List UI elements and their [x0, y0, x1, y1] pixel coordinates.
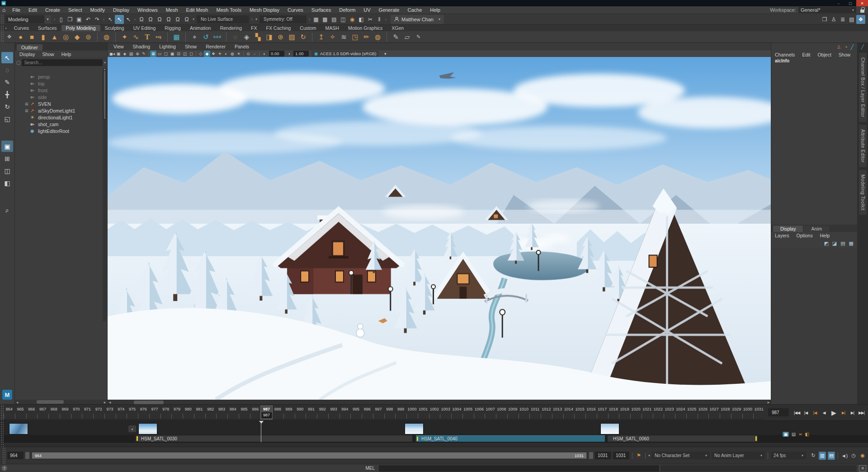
channel-box-menu-item[interactable]: Object — [814, 52, 835, 57]
grip-handle[interactable] — [0, 31, 4, 42]
safe-action-icon[interactable]: ◫ — [182, 51, 188, 57]
paint-select-tool[interactable]: ✎ — [1, 76, 13, 88]
cached-playback-icon[interactable]: ▤ — [828, 452, 835, 460]
menu-item[interactable]: File — [8, 7, 24, 13]
clip-thumbnail[interactable] — [9, 423, 28, 434]
create-layer-from-selected-icon[interactable]: ▦ — [849, 241, 854, 246]
extrude-icon[interactable]: ↥ — [316, 32, 327, 42]
smooth-icon[interactable]: ⊛ — [275, 32, 286, 42]
image-plane-icon[interactable]: ▤ — [128, 51, 134, 57]
shaded-icon[interactable]: ◆ — [204, 51, 210, 57]
chevron-down-icon[interactable]: ▾ — [254, 15, 259, 24]
shelf-menu-icon[interactable]: ▪ — [4, 26, 9, 31]
snap-to-point-icon[interactable]: Ω — [155, 15, 164, 24]
type-tool-icon[interactable]: T — [142, 32, 153, 42]
seq-clip-icon[interactable]: ◧ — [805, 432, 809, 437]
shelf-tab[interactable]: XGen — [387, 25, 408, 31]
viewport-hscrollbar[interactable]: ◀ ▶ — [108, 400, 771, 404]
outliner-item[interactable]: ◉ lightEditorRoot — [15, 127, 107, 134]
shelf-tab[interactable]: UV Editing — [129, 25, 160, 31]
move-layer-down-icon[interactable]: ◪ — [832, 241, 837, 246]
layer-menu-item[interactable]: Layers — [771, 233, 793, 238]
scale-tool[interactable]: ◱ — [1, 113, 13, 124]
group-divider[interactable]: › — [250, 17, 254, 22]
menu-item[interactable]: Mesh — [162, 7, 182, 13]
ao-icon[interactable]: ◍ — [229, 51, 236, 57]
chevron-down-icon[interactable]: ▾ — [104, 61, 106, 65]
playback-end-field[interactable]: 1031 — [595, 452, 611, 459]
render-settings-icon[interactable]: ◫ — [339, 15, 348, 24]
menu-item[interactable]: UV — [359, 7, 374, 13]
multi-cut-icon[interactable]: ▦ — [171, 32, 182, 42]
maximize-button[interactable]: ▢ — [844, 0, 856, 6]
separator[interactable] — [185, 33, 186, 42]
workspace-dropdown[interactable]: General* ▾ — [798, 7, 856, 13]
curve-helix-icon[interactable]: ∿ — [130, 32, 142, 42]
expand-icon[interactable]: ⊞ — [25, 109, 30, 113]
layout-outliner-persp-icon[interactable]: ◧ — [1, 177, 13, 189]
grip-handle[interactable] — [2, 447, 5, 464]
snap-options-chevron[interactable]: ▾ — [191, 15, 196, 24]
step-back-key-button[interactable]: |◀ — [811, 408, 819, 418]
seq-track-icon[interactable]: ▤ — [792, 432, 796, 437]
range-slider[interactable]: 964 1031 — [31, 452, 587, 459]
outliner-tab[interactable]: Outliner — [17, 44, 42, 51]
svg-tool-icon[interactable]: svg — [153, 32, 164, 42]
film-gate-icon[interactable]: ▭ — [156, 51, 163, 57]
outliner-filter-icon[interactable]: ▢ — [16, 60, 20, 65]
poly-platonic-icon[interactable]: ◍ — [101, 32, 112, 42]
viewport-menu-item[interactable]: Panels — [230, 44, 254, 49]
group-divider[interactable]: › — [307, 17, 311, 22]
menu-item[interactable]: Edit — [24, 7, 41, 13]
grip-handle[interactable] — [0, 14, 4, 24]
gamma-icon[interactable]: ◑ — [286, 51, 292, 57]
grease-pencil-icon[interactable]: ✎ — [141, 51, 147, 57]
layer-editor-tab[interactable]: Display — [773, 226, 803, 232]
zero-transforms-icon[interactable]: 0.0.0 — [212, 32, 223, 42]
gamma-field[interactable]: 1.00 — [293, 51, 309, 57]
viewport-menu-item[interactable]: View — [109, 44, 128, 49]
outliner-item[interactable]: ⊞ ↗ SVEN — [15, 100, 107, 107]
curve-star-icon[interactable]: ✦ — [119, 32, 130, 42]
grid-icon[interactable]: ⊞ — [150, 51, 156, 57]
shelf-tab[interactable]: Motion Graphics — [344, 25, 387, 31]
separator[interactable] — [312, 33, 312, 42]
selected-node-name[interactable]: aicInfo — [771, 58, 857, 66]
separator[interactable] — [148, 51, 149, 57]
snap-to-projected-center-icon[interactable]: Ω — [164, 15, 173, 24]
outliner-menu-item[interactable]: Display — [16, 52, 38, 57]
attribute-editor-icon[interactable]: ▤ — [847, 15, 856, 24]
outliner-menu-item[interactable]: Help — [58, 52, 75, 57]
play-backwards-button[interactable]: ◀ — [820, 408, 828, 418]
poly-cylinder-icon[interactable]: ▮ — [38, 32, 49, 42]
layout-two-pane-icon[interactable]: ◫ — [1, 165, 13, 176]
colorspace-dropdown[interactable]: ◉ ACES 1.0 SDR-video (sRGB) — [311, 51, 379, 57]
shelf-tab[interactable]: FX — [246, 25, 261, 31]
mute-icon[interactable]: ◄) — [841, 452, 848, 460]
viewport-menu-item[interactable]: Renderer — [201, 44, 230, 49]
shelf-tab[interactable]: MASH — [321, 25, 344, 31]
reduce-icon[interactable]: ▨ — [286, 32, 297, 42]
clip-thumbnail[interactable] — [138, 423, 157, 434]
animation-start-field[interactable]: 964 — [7, 452, 24, 459]
playback-loop-icon[interactable]: ↻ — [810, 452, 817, 460]
modeling-toolkit-icon[interactable]: ❖ — [856, 15, 865, 24]
fps-dropdown[interactable]: 24 fps ▾ — [771, 452, 806, 459]
separator[interactable] — [196, 51, 196, 57]
show-manipulators-icon[interactable]: ♙ — [837, 44, 841, 50]
menu-item[interactable]: Cache — [403, 7, 426, 13]
quad-draw-icon[interactable]: ✏ — [361, 32, 372, 42]
lock-icon[interactable] — [860, 9, 864, 13]
go-to-end-button[interactable]: ▶▶| — [857, 408, 866, 418]
2d-pan-zoom-icon[interactable]: ⊕ — [134, 51, 141, 57]
snap-to-view-plane-icon[interactable]: Ω — [173, 15, 182, 24]
group-divider[interactable]: › — [102, 17, 106, 22]
exposure-field[interactable]: 0.00 — [269, 51, 284, 57]
move-layer-up-icon[interactable]: ◩ — [824, 241, 828, 246]
outliner-menu-item[interactable]: Show — [38, 52, 57, 57]
current-frame-field[interactable]: 987 — [768, 408, 789, 416]
sequencer-clip[interactable]: HSM_SATL_0060 — [608, 435, 758, 442]
menu-item[interactable]: Mesh Display — [245, 7, 283, 13]
outliner-item[interactable]: ◼◂ top — [15, 80, 107, 87]
delete-history-icon[interactable]: ↺ — [200, 32, 212, 42]
